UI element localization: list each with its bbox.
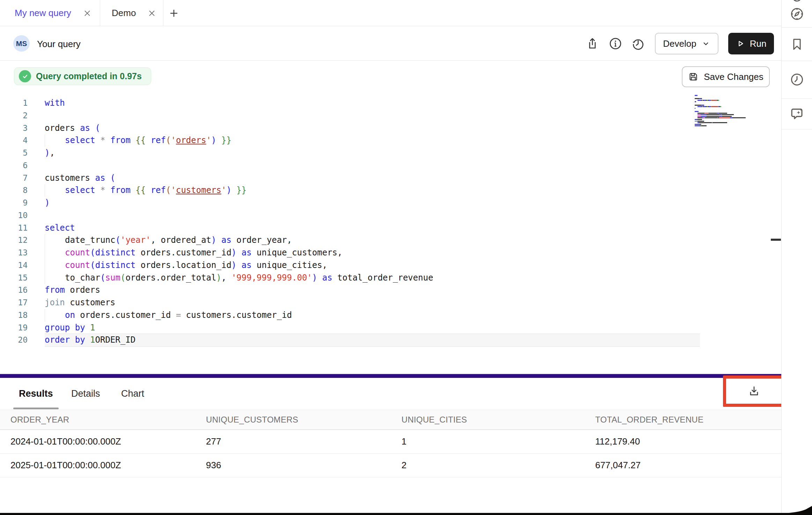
- minimap-line: [695, 95, 748, 96]
- tab-chart-label: Chart: [121, 388, 144, 399]
- table-cell: 277: [195, 436, 391, 447]
- tab-chart[interactable]: Chart: [121, 378, 144, 410]
- tab-details-label: Details: [71, 388, 100, 399]
- column-header: ORDER_YEAR: [0, 415, 195, 425]
- panel-resize-divider[interactable]: [0, 374, 781, 378]
- code-line[interactable]: select: [45, 222, 700, 234]
- new-tab-button[interactable]: [163, 0, 184, 26]
- code-line[interactable]: [45, 159, 700, 172]
- history-icon: [632, 37, 645, 50]
- scrollbar-thumb[interactable]: [771, 239, 781, 241]
- explore-button[interactable]: [789, 6, 805, 22]
- line-number: 9: [0, 197, 28, 209]
- clock-icon: [790, 73, 804, 87]
- run-button[interactable]: Run: [728, 33, 774, 54]
- chat-sparkles-icon: [790, 106, 804, 121]
- partial-avatar-icon: [792, 0, 802, 5]
- develop-label: Develop: [663, 38, 696, 49]
- minimap-line: [695, 98, 748, 99]
- code-line[interactable]: group by 1: [45, 322, 700, 334]
- tab-demo[interactable]: Demo: [100, 0, 163, 26]
- save-changes-label: Save Changes: [704, 72, 763, 82]
- download-results-button[interactable]: [726, 379, 782, 404]
- code-line[interactable]: order by 1ORDER_ID: [45, 334, 700, 346]
- minimap-line: [695, 122, 748, 123]
- code-line[interactable]: date_trunc('year', ordered_at) as order_…: [45, 234, 700, 247]
- sidebar-divider: [782, 61, 812, 61]
- minimap-line: [695, 114, 748, 115]
- close-icon[interactable]: [83, 9, 91, 17]
- code-line[interactable]: customers as (: [45, 172, 700, 185]
- minimap-line: [695, 103, 748, 104]
- avatar: MS: [13, 35, 30, 52]
- code-line[interactable]: select * from {{ ref('customers') }}: [45, 184, 700, 197]
- code-line[interactable]: with: [45, 97, 700, 110]
- share-button[interactable]: [585, 36, 600, 51]
- table-cell: 2025-01-01T00:00:00.000Z: [0, 460, 195, 471]
- line-number: 16: [0, 284, 28, 297]
- bookmarks-button[interactable]: [789, 37, 805, 52]
- table-cell: 2024-01-01T00:00:00.000Z: [0, 436, 195, 447]
- minimap-line: [695, 109, 748, 110]
- plus-icon: [169, 8, 179, 18]
- recent-history-button[interactable]: [789, 72, 805, 87]
- minimap-line: [695, 116, 748, 117]
- code-line[interactable]: select * from {{ ref('orders') }}: [45, 134, 700, 147]
- ai-assistant-button[interactable]: [789, 106, 805, 121]
- line-number: 15: [0, 272, 28, 284]
- run-label: Run: [750, 38, 767, 49]
- table-row: 2025-01-01T00:00:00.000Z9362677,047.27: [0, 454, 781, 477]
- code-line[interactable]: count(distinct orders.customer_id) as un…: [45, 247, 700, 259]
- editor-bottom-border: [0, 373, 781, 374]
- column-header: UNIQUE_CITIES: [391, 415, 585, 425]
- code-line[interactable]: join customers: [45, 297, 700, 309]
- code-line[interactable]: to_char(sum(orders.order_total), '999,99…: [45, 272, 700, 284]
- code-line[interactable]: orders as (: [45, 122, 700, 135]
- tab-my-new-query[interactable]: My new query: [0, 0, 100, 26]
- line-number: 3: [0, 122, 28, 135]
- right-sidebar: [781, 0, 812, 515]
- save-changes-button[interactable]: Save Changes: [682, 66, 770, 87]
- code-line[interactable]: ): [45, 197, 700, 209]
- bottom-corner-swoosh: [778, 505, 812, 515]
- minimap-line: [695, 101, 748, 102]
- tab-results[interactable]: Results: [19, 378, 53, 410]
- tab-results-label: Results: [19, 388, 53, 399]
- line-number: 20: [0, 334, 28, 346]
- line-number: 14: [0, 259, 28, 272]
- close-icon[interactable]: [148, 9, 156, 17]
- editor-minimap[interactable]: [695, 95, 748, 127]
- share-icon: [586, 37, 599, 50]
- history-button[interactable]: [630, 36, 646, 51]
- page-title: Your query: [37, 39, 81, 50]
- status-message: Query completed in 0.97s: [36, 71, 142, 81]
- code-line[interactable]: from orders: [45, 284, 700, 297]
- table-cell: 2: [391, 460, 585, 471]
- line-number: 11: [0, 222, 28, 234]
- sidebar-divider: [782, 129, 812, 129]
- code-line[interactable]: count(distinct orders.location_id) as un…: [45, 259, 700, 272]
- minimap-line: [695, 108, 748, 109]
- code-line[interactable]: [45, 110, 700, 122]
- develop-dropdown[interactable]: Develop: [655, 33, 718, 54]
- table-cell: 677,047.27: [585, 460, 781, 471]
- line-number: 1: [0, 97, 28, 110]
- sidebar-divider: [782, 98, 812, 99]
- download-icon: [748, 385, 760, 397]
- minimap-line: [695, 124, 748, 125]
- active-tab-indicator: [13, 408, 59, 409]
- table-body: 2024-01-01T00:00:00.000Z2771112,179.4020…: [0, 430, 781, 477]
- minimap-line: [695, 111, 748, 112]
- table-cell: 112,179.40: [585, 436, 781, 447]
- info-icon: [609, 37, 622, 50]
- info-button[interactable]: [608, 36, 623, 51]
- table-header-row: ORDER_YEARUNIQUE_CUSTOMERSUNIQUE_CITIEST…: [0, 410, 781, 430]
- code-line[interactable]: [45, 209, 700, 222]
- code-line[interactable]: ),: [45, 147, 700, 159]
- code-line[interactable]: on orders.customer_id = customers.custom…: [45, 309, 700, 322]
- code-area[interactable]: withorders as (select * from {{ ref('ord…: [45, 97, 700, 346]
- tab-details[interactable]: Details: [71, 378, 100, 410]
- line-number: 2: [0, 110, 28, 122]
- sidebar-divider: [782, 27, 812, 28]
- save-icon: [688, 72, 699, 82]
